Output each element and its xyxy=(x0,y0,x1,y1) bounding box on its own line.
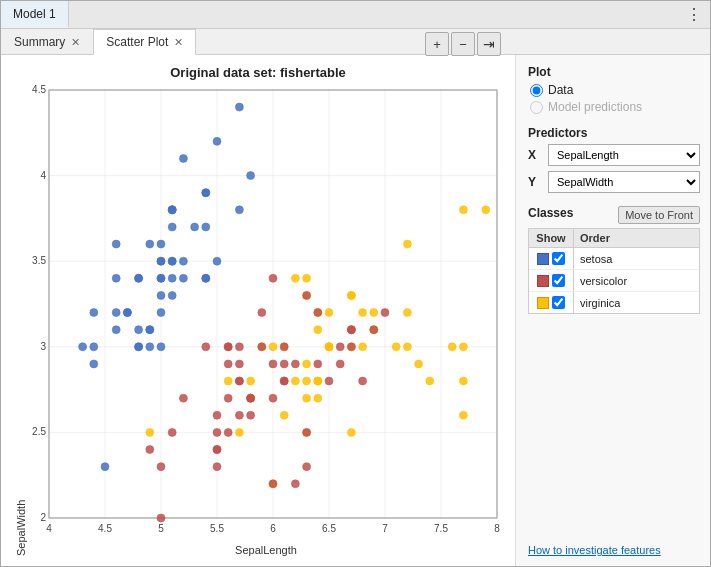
tab-scatter-label: Scatter Plot xyxy=(106,35,168,49)
tab-summary[interactable]: Summary ✕ xyxy=(1,29,93,54)
main-window: Model 1 ⋮ Summary ✕ Scatter Plot ✕ Origi… xyxy=(0,0,711,567)
class-checkbox[interactable] xyxy=(552,252,565,265)
class-name-label: setosa xyxy=(574,249,699,269)
svg-point-142 xyxy=(202,223,210,231)
svg-point-131 xyxy=(235,377,243,385)
svg-point-82 xyxy=(381,309,389,317)
svg-text:7.5: 7.5 xyxy=(434,523,448,534)
svg-point-108 xyxy=(359,377,367,385)
svg-point-46 xyxy=(247,377,255,385)
model-tab[interactable]: Model 1 xyxy=(1,1,69,28)
svg-point-50 xyxy=(459,411,467,419)
svg-point-66 xyxy=(280,411,288,419)
svg-text:6: 6 xyxy=(270,523,276,534)
svg-point-155 xyxy=(168,291,176,299)
svg-point-57 xyxy=(403,309,411,317)
svg-point-140 xyxy=(90,360,98,368)
svg-point-92 xyxy=(157,514,165,522)
window-menu-button[interactable]: ⋮ xyxy=(686,1,710,28)
svg-point-94 xyxy=(269,480,277,488)
class-row: virginica xyxy=(529,292,699,313)
data-radio-input[interactable] xyxy=(530,84,543,97)
tab-scatter-plot[interactable]: Scatter Plot ✕ xyxy=(93,29,196,55)
move-to-front-button[interactable]: Move to Front xyxy=(618,206,700,224)
chart-area: Original data set: fishertable SepalWidt… xyxy=(1,55,515,566)
x-predictor-label: X xyxy=(528,148,542,162)
svg-point-175 xyxy=(157,257,165,265)
reset-view-button[interactable]: ⇥ xyxy=(477,55,501,56)
svg-point-101 xyxy=(224,428,232,436)
svg-text:5: 5 xyxy=(158,523,164,534)
predictions-radio-input[interactable] xyxy=(530,101,543,114)
chart-wrapper: SepalWidth 44.555.566.577.5822.533.544.5… xyxy=(11,84,505,556)
svg-point-100 xyxy=(291,480,299,488)
svg-point-128 xyxy=(235,360,243,368)
data-radio-item[interactable]: Data xyxy=(530,83,700,97)
predictions-radio-item[interactable]: Model predictions xyxy=(530,100,700,114)
y-predictor-label: Y xyxy=(528,175,542,189)
svg-point-95 xyxy=(280,360,288,368)
svg-point-124 xyxy=(247,411,255,419)
svg-point-79 xyxy=(325,343,333,351)
svg-text:4: 4 xyxy=(40,170,46,181)
right-panel: Plot Data Model predictions Predictors xyxy=(515,55,710,566)
y-predictor-select[interactable]: SepalLengthSepalWidthPetalLengthPetalWid… xyxy=(548,171,700,193)
svg-point-158 xyxy=(157,274,165,282)
svg-point-147 xyxy=(235,103,243,111)
svg-point-114 xyxy=(247,394,255,402)
svg-point-161 xyxy=(123,309,131,317)
svg-point-166 xyxy=(146,326,154,334)
tab-summary-close[interactable]: ✕ xyxy=(71,36,80,49)
class-checkbox[interactable] xyxy=(552,274,565,287)
svg-point-96 xyxy=(224,360,232,368)
x-predictor-select[interactable]: SepalLengthSepalWidthPetalLengthPetalWid… xyxy=(548,144,700,166)
svg-text:4: 4 xyxy=(46,523,52,534)
svg-text:3: 3 xyxy=(40,341,46,352)
svg-point-49 xyxy=(459,206,467,214)
svg-point-135 xyxy=(112,326,120,334)
zoom-in-button[interactable]: + xyxy=(425,55,449,56)
class-row: versicolor xyxy=(529,270,699,292)
svg-point-55 xyxy=(303,394,311,402)
svg-point-41 xyxy=(403,240,411,248)
svg-point-169 xyxy=(146,240,154,248)
svg-point-37 xyxy=(448,343,456,351)
svg-point-83 xyxy=(314,309,322,317)
svg-point-167 xyxy=(157,309,165,317)
svg-point-119 xyxy=(303,463,311,471)
svg-point-38 xyxy=(146,428,154,436)
class-checkbox[interactable] xyxy=(552,296,565,309)
svg-point-63 xyxy=(482,206,490,214)
svg-point-113 xyxy=(213,446,221,454)
svg-point-178 xyxy=(168,206,176,214)
svg-point-53 xyxy=(224,377,232,385)
svg-point-173 xyxy=(101,463,109,471)
svg-point-150 xyxy=(235,206,243,214)
svg-point-170 xyxy=(90,343,98,351)
svg-point-162 xyxy=(135,326,143,334)
svg-point-174 xyxy=(90,309,98,317)
class-color-check xyxy=(529,270,574,291)
svg-point-64 xyxy=(314,377,322,385)
classes-section-title: Classes xyxy=(528,206,573,220)
zoom-out-button[interactable]: − xyxy=(451,55,475,56)
svg-point-93 xyxy=(258,343,266,351)
tab-scatter-close[interactable]: ✕ xyxy=(174,36,183,49)
svg-point-68 xyxy=(303,274,311,282)
svg-point-85 xyxy=(213,463,221,471)
x-axis-label: SepalLength xyxy=(27,544,505,556)
svg-point-43 xyxy=(314,394,322,402)
svg-text:6.5: 6.5 xyxy=(322,523,336,534)
help-link[interactable]: How to investigate features xyxy=(528,538,700,556)
svg-point-145 xyxy=(79,343,87,351)
svg-point-104 xyxy=(303,428,311,436)
svg-point-165 xyxy=(213,137,221,145)
svg-point-107 xyxy=(336,343,344,351)
svg-point-65 xyxy=(303,377,311,385)
classes-table-header: Show Order xyxy=(529,229,699,248)
svg-text:4.5: 4.5 xyxy=(98,523,112,534)
svg-point-123 xyxy=(280,343,288,351)
predictors-section-title: Predictors xyxy=(528,126,700,140)
svg-point-136 xyxy=(157,240,165,248)
svg-point-115 xyxy=(269,394,277,402)
